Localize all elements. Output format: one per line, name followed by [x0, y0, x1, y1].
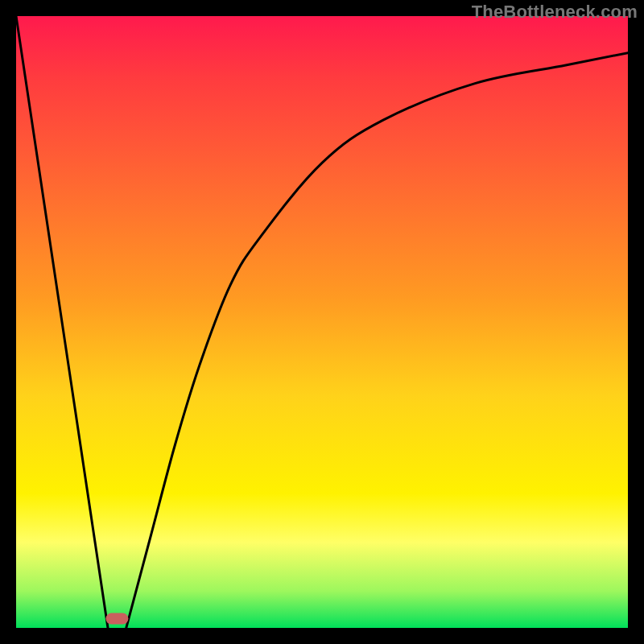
chart-frame: TheBottleneck.com	[0, 0, 644, 644]
optimum-marker	[105, 613, 128, 625]
chart-svg	[16, 16, 628, 628]
plot-area	[16, 16, 628, 628]
series-left-descent	[16, 16, 108, 628]
watermark-label: TheBottleneck.com	[472, 2, 638, 23]
series-right-ascent	[126, 53, 628, 628]
